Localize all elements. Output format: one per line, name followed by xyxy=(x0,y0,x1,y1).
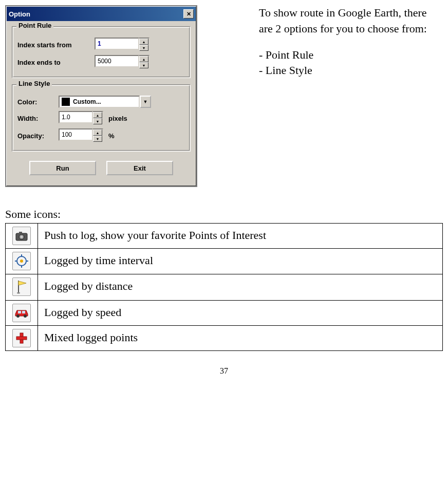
svg-point-5 xyxy=(20,260,23,263)
index-starts-down[interactable]: ▼ xyxy=(139,45,148,51)
chevron-down-icon: ▼ xyxy=(143,99,148,104)
svg-point-15 xyxy=(16,314,20,318)
opacity-input[interactable] xyxy=(59,128,93,141)
width-up[interactable]: ▲ xyxy=(93,112,102,118)
table-row: Push to log, show your favorite Points o… xyxy=(6,224,443,249)
width-input[interactable] xyxy=(59,111,93,123)
line-style-group: Line Style Color: Custom... ▼ xyxy=(12,84,191,152)
close-button[interactable]: ✕ xyxy=(183,9,194,18)
index-ends-label: Index ends to xyxy=(17,59,95,66)
color-label: Color: xyxy=(17,98,59,106)
opacity-down[interactable]: ▼ xyxy=(93,136,102,142)
plus-icon xyxy=(12,329,31,347)
chevron-up-icon: ▲ xyxy=(96,131,100,135)
width-down[interactable]: ▼ xyxy=(93,118,102,124)
opacity-unit: % xyxy=(108,132,115,140)
point-rule-group: Point Rule Index starts from ▲ ▼ xyxy=(12,26,191,78)
color-value: Custom... xyxy=(73,98,101,105)
icon-desc: Logged by speed xyxy=(38,301,443,326)
table-row: Logged by time interval xyxy=(6,249,443,274)
icon-desc: Logged by time interval xyxy=(38,249,443,274)
color-combobox[interactable]: Custom... ▼ xyxy=(59,96,151,108)
point-rule-legend: Point Rule xyxy=(16,22,53,29)
chevron-down-icon: ▼ xyxy=(142,64,146,67)
chevron-down-icon: ▼ xyxy=(96,120,100,123)
svg-marker-11 xyxy=(18,281,26,285)
index-starts-input[interactable] xyxy=(95,38,139,50)
camera-icon xyxy=(12,227,31,245)
icons-heading: Some icons: xyxy=(5,208,443,221)
car-icon xyxy=(12,304,31,322)
dialog-titlebar: Option ✕ xyxy=(7,7,196,21)
icon-desc: Push to log, show your favorite Points o… xyxy=(38,224,443,249)
svg-rect-14 xyxy=(22,311,25,313)
width-unit: pixels xyxy=(108,115,127,122)
dialog-title: Option xyxy=(9,10,30,18)
option-dialog: Option ✕ Point Rule Index starts from xyxy=(5,5,197,187)
chevron-down-icon: ▼ xyxy=(142,46,146,50)
chevron-up-icon: ▲ xyxy=(96,114,100,117)
svg-point-12 xyxy=(17,292,20,294)
svg-point-3 xyxy=(21,236,23,238)
color-swatch-icon xyxy=(62,98,70,106)
width-label: Width: xyxy=(17,115,59,122)
svg-rect-13 xyxy=(18,311,21,313)
target-icon xyxy=(12,252,31,270)
run-button[interactable]: Run xyxy=(29,161,96,175)
page-number: 37 xyxy=(5,366,443,376)
chevron-down-icon: ▼ xyxy=(96,137,100,141)
opacity-label: Opacity: xyxy=(17,132,59,140)
index-ends-up[interactable]: ▲ xyxy=(139,56,148,62)
line-style-legend: Line Style xyxy=(16,80,52,87)
index-ends-input[interactable] xyxy=(95,55,139,67)
svg-rect-1 xyxy=(19,232,22,234)
svg-point-16 xyxy=(24,314,27,318)
side-description: To show route in Google Earth, there are… xyxy=(259,5,443,187)
side-intro: To show route in Google Earth, there are… xyxy=(259,5,443,37)
index-ends-down[interactable]: ▼ xyxy=(139,62,148,68)
index-starts-up[interactable]: ▲ xyxy=(139,39,148,45)
close-icon: ✕ xyxy=(186,11,191,17)
chevron-up-icon: ▲ xyxy=(142,40,146,44)
side-opt1: - Point Rule xyxy=(259,48,313,61)
index-starts-label: Index starts from xyxy=(17,41,95,49)
side-opt2: - Line Style xyxy=(259,64,312,77)
table-row: Logged by distance xyxy=(6,274,443,301)
exit-button[interactable]: Exit xyxy=(106,161,173,175)
icon-desc: Logged by distance xyxy=(38,274,443,301)
svg-rect-18 xyxy=(16,337,27,340)
icons-table: Push to log, show your favorite Points o… xyxy=(5,223,443,351)
icon-desc: Mixed logged points xyxy=(38,326,443,351)
table-row: Logged by speed xyxy=(6,301,443,326)
chevron-up-icon: ▲ xyxy=(142,58,146,61)
flag-icon xyxy=(12,277,31,296)
opacity-up[interactable]: ▲ xyxy=(93,129,102,136)
color-dropdown-arrow[interactable]: ▼ xyxy=(140,96,151,108)
table-row: Mixed logged points xyxy=(6,326,443,351)
